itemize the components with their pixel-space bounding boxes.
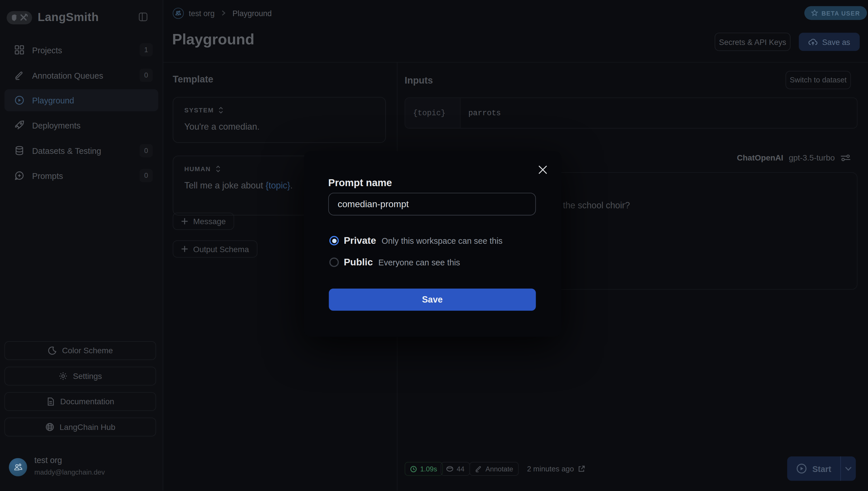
run-timestamp[interactable]: 2 minutes ago — [527, 465, 585, 473]
external-link-icon — [578, 465, 585, 472]
play-circle-icon — [14, 95, 25, 106]
user-email: maddy@langchain.dev — [34, 468, 105, 476]
button-label: Start — [812, 464, 831, 473]
pencil-icon — [475, 465, 482, 472]
message-role-row[interactable]: SYSTEM — [184, 106, 385, 114]
cloud-upload-icon — [808, 38, 818, 46]
input-variable-value[interactable]: parrots — [461, 98, 501, 128]
visibility-option-public[interactable]: Public Everyone can see this — [330, 256, 460, 268]
output-text: the school choir? — [563, 201, 630, 211]
secrets-api-keys-button[interactable]: Secrets & API Keys — [715, 33, 790, 51]
button-label: Color Scheme — [62, 346, 113, 355]
breadcrumb-org[interactable]: test org — [189, 9, 215, 18]
option-description: Everyone can see this — [378, 258, 460, 267]
badge-label: BETA USER — [822, 10, 860, 17]
sidebar-item-label: Deployments — [32, 120, 80, 130]
people-icon — [13, 462, 23, 472]
sidebar-item-playground[interactable]: Playground — [4, 89, 158, 111]
plus-icon — [181, 246, 188, 253]
system-message-box[interactable]: SYSTEM You're a comedian. — [173, 97, 386, 143]
inputs-table: {topic} parrots — [405, 97, 857, 128]
clock-icon — [410, 466, 417, 472]
button-label: Annotate — [486, 465, 513, 473]
latency-pill: 1.09s — [405, 462, 443, 476]
sidebar-item-deployments[interactable]: Deployments — [4, 114, 158, 136]
model-name: gpt-3.5-turbo — [789, 153, 835, 162]
play-circle-icon — [796, 463, 807, 474]
chevron-right-icon — [221, 10, 226, 16]
close-icon[interactable] — [538, 165, 548, 175]
plus-icon — [181, 218, 188, 225]
sidebar-item-label: Annotation Queues — [32, 70, 103, 80]
chevron-up-down-icon — [218, 106, 224, 114]
sidebar-item-label: Prompts — [32, 171, 63, 180]
chevron-down-icon — [845, 466, 852, 471]
sidebar-item-datasets-testing[interactable]: Datasets & Testing 0 — [4, 140, 158, 162]
radio-unselected-icon[interactable] — [330, 258, 339, 267]
sliders-icon[interactable] — [840, 153, 851, 162]
annotate-button[interactable]: Annotate — [469, 462, 519, 476]
option-label: Public — [344, 256, 373, 268]
button-label: Save as — [822, 37, 850, 47]
button-label: Message — [193, 217, 226, 226]
settings-button[interactable]: Settings — [4, 367, 156, 385]
people-icon — [175, 10, 181, 17]
sidebar-item-prompts[interactable]: Prompts 0 — [4, 165, 158, 187]
radio-selected-icon[interactable] — [330, 236, 339, 246]
sidebar-collapse-icon[interactable] — [138, 12, 148, 22]
breadcrumb-page[interactable]: Playground — [232, 9, 272, 18]
input-variable-name: {topic} — [405, 98, 461, 128]
button-label: Switch to dataset — [790, 76, 847, 84]
button-label: Settings — [73, 372, 102, 381]
user-org-name[interactable]: test org — [34, 455, 62, 465]
beta-user-badge: BETA USER — [804, 6, 867, 20]
start-options-button[interactable] — [841, 456, 856, 481]
langsmith-logo-icon — [7, 11, 32, 24]
system-message-text[interactable]: You're a comedian. — [184, 122, 374, 132]
langsmith-app: LangSmith Projects 1 Annotation Queues 0 — [0, 0, 868, 491]
sidebar-item-label: Projects — [32, 45, 62, 55]
save-as-button[interactable]: Save as — [799, 33, 860, 51]
app-title: LangSmith — [38, 11, 99, 24]
color-scheme-button[interactable]: Color Scheme — [4, 341, 156, 360]
text-segment: . — [290, 181, 293, 190]
count-badge: 0 — [140, 144, 153, 157]
count-badge: 1 — [140, 43, 153, 56]
header-divider — [163, 62, 868, 62]
moon-icon — [48, 346, 57, 355]
sidebar-item-label: Datasets & Testing — [32, 146, 101, 155]
template-heading: Template — [173, 74, 213, 85]
visibility-option-private[interactable]: Private Only this workspace can see this — [330, 234, 502, 247]
documentation-button[interactable]: Documentation — [4, 392, 156, 411]
add-output-schema-button[interactable]: Output Schema — [173, 240, 257, 258]
button-label: LangChain Hub — [60, 423, 116, 432]
prompt-name-input[interactable] — [328, 193, 536, 215]
button-label: Output Schema — [193, 244, 249, 254]
star-icon — [811, 9, 818, 17]
globe-icon — [45, 423, 54, 432]
count-badge: 0 — [140, 68, 153, 82]
org-icon — [173, 8, 184, 19]
pencil-icon — [14, 70, 25, 80]
add-message-button[interactable]: Message — [173, 213, 234, 230]
tokens-pill: 44 — [441, 462, 470, 476]
option-description: Only this workspace can see this — [381, 236, 502, 246]
token-icon — [446, 466, 453, 472]
sidebar-item-annotation-queues[interactable]: Annotation Queues 0 — [4, 64, 158, 86]
option-label: Private — [344, 235, 376, 247]
role-label: HUMAN — [184, 166, 211, 172]
role-label: SYSTEM — [184, 107, 214, 114]
timestamp-label: 2 minutes ago — [527, 465, 574, 473]
avatar[interactable] — [9, 458, 27, 476]
text-segment: Tell me a joke about — [184, 181, 266, 190]
button-label: Documentation — [60, 397, 114, 406]
save-prompt-dialog: Prompt name Private Only this workspace … — [304, 151, 561, 337]
count-badge: 0 — [140, 169, 153, 182]
langchain-hub-button[interactable]: LangChain Hub — [4, 417, 156, 436]
save-button[interactable]: Save — [329, 288, 536, 311]
switch-to-dataset-button[interactable]: Switch to dataset — [786, 71, 851, 89]
message-plus-icon — [14, 171, 25, 181]
chevron-up-down-icon — [215, 165, 221, 173]
start-button[interactable]: Start — [787, 456, 840, 481]
sidebar-item-projects[interactable]: Projects 1 — [4, 39, 158, 61]
